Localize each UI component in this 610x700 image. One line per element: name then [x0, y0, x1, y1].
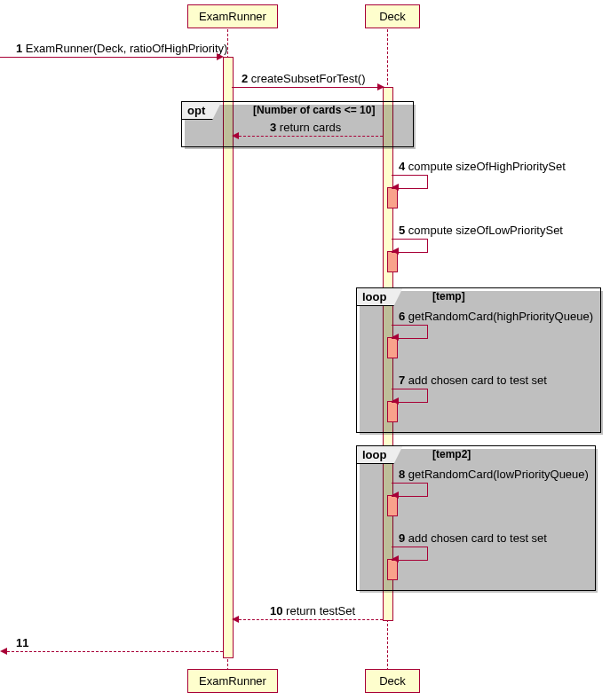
arrow-10: [239, 619, 383, 620]
self-7-head: [392, 397, 399, 405]
arrow-10-head: [232, 616, 239, 623]
message-6: 6 getRandomCard(highPriorityQueue): [399, 310, 593, 323]
message-7: 7 add chosen card to test set: [399, 374, 547, 387]
message-9: 9 add chosen card to test set: [399, 531, 547, 545]
participant-label: ExamRunner: [199, 10, 266, 23]
message-8: 8 getRandomCard(lowPriorityQueue): [399, 468, 589, 481]
self-6-head: [392, 334, 399, 341]
frame-loop1-label: loop: [357, 288, 402, 306]
self-9-head: [392, 555, 399, 562]
self-5-head: [392, 248, 399, 255]
participant-deck-bottom: Deck: [365, 669, 420, 693]
frame-loop2-guard: [temp2]: [432, 448, 471, 460]
arrow-2-head: [377, 83, 384, 90]
message-1: 1 ExamRunner(Deck, ratioOfHighPriority): [16, 42, 227, 55]
participant-label: Deck: [379, 674, 406, 688]
arrow-3: [239, 136, 383, 137]
frame-opt-guard: [Number of cards <= 10]: [253, 104, 375, 116]
participant-label: ExamRunner: [199, 674, 266, 688]
arrow-2: [232, 87, 377, 88]
arrow-11-head: [0, 648, 7, 655]
participant-examrunner-top: ExamRunner: [187, 4, 278, 28]
arrow-3-head: [232, 132, 239, 139]
arrow-1: [0, 57, 217, 58]
arrow-11: [7, 651, 223, 652]
participant-deck-top: Deck: [365, 4, 420, 28]
message-2: 2 createSubsetForTest(): [242, 72, 365, 85]
frame-opt-label: opt: [182, 102, 221, 120]
frame-loop2-label: loop: [357, 446, 402, 464]
self-4-head: [392, 184, 399, 191]
arrow-1-head: [217, 53, 224, 60]
self-8-head: [392, 492, 399, 499]
participant-examrunner-bottom: ExamRunner: [187, 669, 278, 693]
frame-loop1-guard: [temp]: [432, 290, 465, 303]
message-4: 4 compute sizeOfHighPrioritySet: [399, 160, 566, 173]
message-10: 10 return testSet: [270, 604, 355, 617]
message-11: 11: [16, 636, 28, 649]
participant-label: Deck: [379, 10, 406, 23]
message-3: 3 return cards: [270, 121, 341, 134]
message-5: 5 compute sizeOfLowPrioritySet: [399, 224, 563, 237]
